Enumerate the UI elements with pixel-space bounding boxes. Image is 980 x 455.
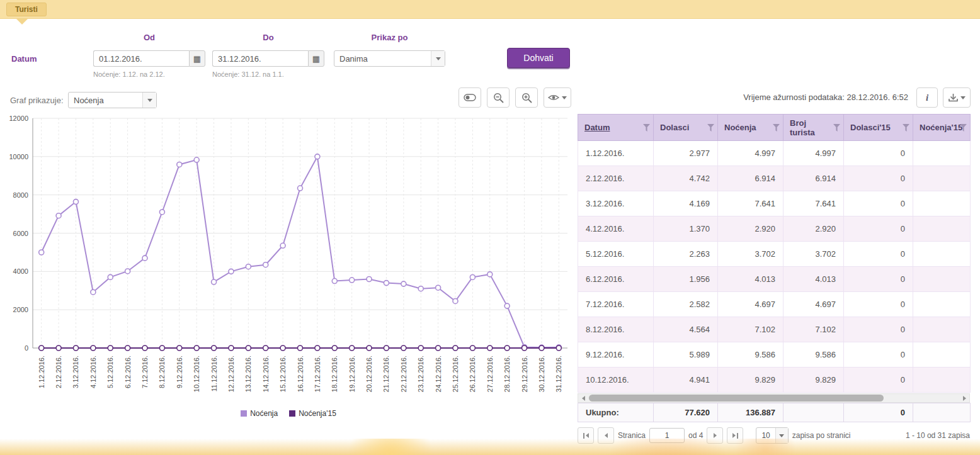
dohvati-button[interactable]: Dohvati — [507, 48, 570, 68]
table-cell — [913, 166, 971, 191]
column-header[interactable]: Datum — [578, 115, 654, 141]
filter-icon[interactable] — [833, 124, 840, 133]
legend-item[interactable]: Noćenja'15 — [289, 409, 336, 418]
total-cell — [783, 403, 844, 422]
calendar-button[interactable]: ▦ — [308, 50, 324, 67]
pagination-bar: Stranica od 4 10 zapisa po stranici 1 - … — [578, 427, 970, 444]
zoom-out-button[interactable] — [487, 87, 510, 108]
table-cell: 4.941 — [654, 368, 718, 393]
chart-toggle-button[interactable] — [459, 87, 481, 108]
column-header[interactable]: Noćenja'15 — [913, 115, 971, 141]
prikaz-po-label: Prikaz po — [334, 33, 445, 42]
download-icon — [949, 93, 958, 102]
table-cell: 7.12.2016. — [578, 292, 654, 317]
svg-text:11.12.2016.: 11.12.2016. — [210, 356, 218, 391]
prev-page-button[interactable] — [598, 427, 614, 444]
svg-text:8.12.2016.: 8.12.2016. — [158, 356, 166, 388]
table-cell: 0 — [844, 317, 913, 342]
table-horizontal-scrollbar[interactable] — [578, 393, 970, 403]
table-row: 7.12.2016.2.5824.6974.6970 — [578, 292, 971, 317]
first-page-button[interactable] — [578, 427, 594, 444]
table-cell: 6.914 — [783, 166, 844, 191]
table-cell: 4.697 — [718, 292, 783, 317]
table-row: 4.12.2016.1.3702.9202.9200 — [578, 216, 971, 242]
prikaz-po-value: Danima — [334, 54, 431, 64]
legend-label: Noćenja'15 — [299, 409, 336, 418]
svg-text:27.12.2016.: 27.12.2016. — [486, 356, 494, 392]
svg-text:1.12.2016.: 1.12.2016. — [38, 356, 45, 388]
table-cell: 2.920 — [783, 216, 844, 242]
filter-icon[interactable] — [773, 124, 780, 133]
table-cell — [913, 317, 971, 342]
chevron-down-icon — [562, 96, 567, 99]
svg-text:12.12.2016.: 12.12.2016. — [227, 356, 235, 392]
table-cell: 1.12.2016. — [578, 141, 654, 166]
table-cell: 9.586 — [718, 342, 783, 368]
date-to-group: ▦ — [212, 50, 324, 67]
filter-icon[interactable] — [960, 124, 967, 133]
table-total-row: Ukupno:77.620136.8870 — [578, 403, 971, 422]
tourism-data-table: DatumDolasciNoćenjaBroj turistaDolasci'1… — [578, 114, 971, 393]
zoom-in-icon — [521, 93, 532, 103]
table-cell: 1.956 — [654, 267, 718, 292]
table-cell: 1.370 — [654, 216, 718, 242]
svg-text:28.12.2016.: 28.12.2016. — [503, 356, 511, 392]
table-cell: 7.641 — [718, 191, 783, 216]
table-cell: 2.920 — [718, 216, 783, 242]
total-cell: 0 — [844, 403, 913, 422]
filter-icon[interactable] — [707, 124, 714, 133]
svg-text:16.12.2016.: 16.12.2016. — [297, 356, 304, 392]
page-size-dropdown[interactable]: 10 — [756, 427, 788, 444]
info-button[interactable]: i — [916, 87, 938, 108]
date-to-input[interactable] — [212, 50, 308, 67]
table-cell: 7.102 — [718, 317, 783, 342]
table-cell: 4.697 — [783, 292, 844, 317]
last-page-button[interactable] — [727, 427, 743, 444]
table-cell: 2.12.2016. — [578, 166, 654, 191]
column-header[interactable]: Broj turista — [783, 115, 844, 141]
svg-text:24.12.2016.: 24.12.2016. — [435, 356, 442, 392]
series-visibility-button[interactable] — [544, 87, 571, 108]
page-number-input[interactable] — [649, 428, 685, 443]
date-from-hint: Noćenje: 1.12. na 2.12. — [93, 70, 165, 78]
column-header[interactable]: Noćenja — [718, 115, 783, 141]
table-row: 2.12.2016.4.7426.9146.9140 — [578, 166, 971, 191]
table-cell: 5.12.2016. — [578, 242, 654, 267]
zoom-out-icon — [493, 93, 504, 103]
filter-icon[interactable] — [643, 124, 650, 133]
legend-swatch — [289, 410, 295, 417]
column-header[interactable]: Dolasci'15 — [844, 115, 913, 141]
table-cell: 9.586 — [783, 342, 844, 368]
table-cell: 4.013 — [718, 267, 783, 292]
zoom-in-button[interactable] — [515, 87, 538, 108]
svg-text:9.12.2016.: 9.12.2016. — [176, 356, 183, 388]
prikaz-po-dropdown[interactable]: Danima — [334, 50, 445, 67]
svg-text:25.12.2016.: 25.12.2016. — [452, 356, 459, 392]
table-cell — [913, 242, 971, 267]
svg-text:10000: 10000 — [9, 153, 28, 160]
scroll-left-arrow[interactable] — [578, 394, 588, 402]
table-row: 5.12.2016.2.2633.7023.7020 — [578, 242, 971, 267]
column-header[interactable]: Dolasci — [654, 115, 718, 141]
tab-turisti[interactable]: Turisti — [6, 3, 47, 16]
page-of-label: od 4 — [688, 431, 703, 440]
date-from-input[interactable] — [93, 50, 189, 67]
table-cell: 4.12.2016. — [578, 216, 654, 242]
filter-icon[interactable] — [903, 124, 909, 133]
calendar-button[interactable]: ▦ — [189, 50, 205, 67]
scrollbar-thumb[interactable] — [589, 395, 884, 402]
table-cell: 4.997 — [783, 141, 844, 166]
table-cell: 3.702 — [783, 242, 844, 267]
export-button[interactable] — [943, 87, 971, 108]
table-cell: 2.977 — [654, 141, 718, 166]
graf-series-value: Noćenja — [69, 96, 142, 105]
graf-series-dropdown[interactable]: Noćenja — [68, 92, 157, 108]
scroll-right-arrow[interactable] — [959, 394, 969, 402]
total-cell: 77.620 — [654, 403, 718, 422]
table-cell: 6.914 — [718, 166, 783, 191]
table-cell: 10.12.2016. — [578, 368, 654, 393]
legend-item[interactable]: Noćenja — [241, 409, 278, 418]
next-page-button[interactable] — [707, 427, 723, 444]
table-row: 1.12.2016.2.9774.9974.9970 — [578, 141, 971, 166]
nocenja-line-chart[interactable]: 0200040006000800010000120001.12.2016.2.1… — [5, 112, 572, 408]
